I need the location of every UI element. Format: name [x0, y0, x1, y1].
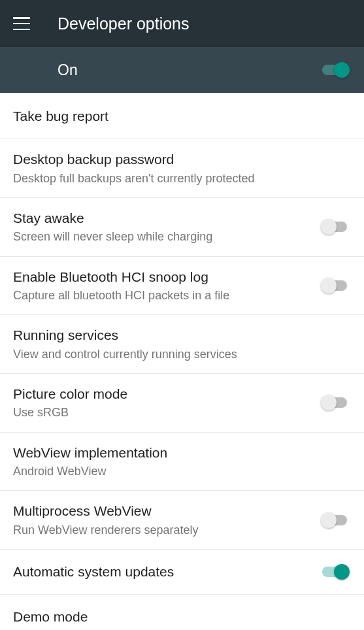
- setting-bug-report[interactable]: Take bug report: [0, 94, 364, 139]
- setting-subtitle: Screen will never sleep while charging: [13, 229, 314, 244]
- master-toggle-row[interactable]: On: [0, 47, 364, 93]
- setting-text: Stay awakeScreen will never sleep while …: [13, 209, 322, 245]
- master-toggle-switch[interactable]: [322, 61, 351, 79]
- setting-bluetooth-hci[interactable]: Enable Bluetooth HCI snoop logCapture al…: [0, 257, 364, 316]
- toggle-bluetooth-hci[interactable]: [322, 276, 351, 295]
- setting-text: Automatic system updates: [13, 563, 322, 581]
- setting-title: Running services: [13, 326, 343, 344]
- setting-title: Desktop backup password: [13, 150, 343, 169]
- setting-text: Running servicesView and control current…: [13, 326, 351, 362]
- setting-running-services[interactable]: Running servicesView and control current…: [0, 315, 364, 374]
- settings-list: Take bug reportDesktop backup passwordDe…: [0, 94, 364, 630]
- menu-icon[interactable]: [13, 17, 30, 30]
- setting-subtitle: Use sRGB: [13, 405, 314, 420]
- app-bar: Developer options: [0, 0, 364, 47]
- page-title: Developer options: [58, 14, 190, 33]
- setting-subtitle: Capture all bluetooth HCI packets in a f…: [13, 288, 314, 303]
- setting-text: Desktop backup passwordDesktop full back…: [13, 150, 351, 186]
- master-toggle-label: On: [58, 61, 78, 79]
- setting-subtitle: View and control currently running servi…: [13, 346, 343, 362]
- setting-picture-color[interactable]: Picture color modeUse sRGB: [0, 374, 364, 433]
- setting-title: WebView implementation: [13, 444, 343, 462]
- setting-title: Picture color mode: [13, 385, 314, 403]
- toggle-auto-updates[interactable]: [322, 563, 351, 581]
- toggle-picture-color[interactable]: [322, 393, 351, 412]
- toggle-stay-awake[interactable]: [322, 218, 351, 236]
- setting-subtitle: Run WebView renderers separately: [13, 522, 314, 538]
- setting-title: Stay awake: [13, 209, 314, 227]
- setting-text: WebView implementationAndroid WebView: [13, 444, 351, 480]
- setting-title: Enable Bluetooth HCI snoop log: [13, 268, 314, 286]
- setting-title: Demo mode: [13, 608, 343, 626]
- setting-title: Multiprocess WebView: [13, 502, 314, 520]
- setting-text: Take bug report: [13, 107, 351, 125]
- setting-auto-updates[interactable]: Automatic system updates: [0, 550, 364, 595]
- setting-text: Demo mode: [13, 608, 351, 626]
- setting-text: Multiprocess WebViewRun WebView renderer…: [13, 502, 322, 538]
- setting-title: Take bug report: [13, 107, 343, 125]
- setting-subtitle: Desktop full backups aren't currently pr…: [13, 171, 343, 186]
- toggle-multiprocess-webview[interactable]: [322, 511, 351, 529]
- setting-title: Automatic system updates: [13, 563, 314, 581]
- setting-subtitle: Android WebView: [13, 463, 343, 479]
- setting-demo-mode[interactable]: Demo mode: [0, 595, 364, 630]
- setting-webview-impl[interactable]: WebView implementationAndroid WebView: [0, 433, 364, 491]
- setting-backup-password[interactable]: Desktop backup passwordDesktop full back…: [0, 139, 364, 198]
- setting-multiprocess-webview[interactable]: Multiprocess WebViewRun WebView renderer…: [0, 491, 364, 550]
- setting-stay-awake[interactable]: Stay awakeScreen will never sleep while …: [0, 198, 364, 257]
- setting-text: Picture color modeUse sRGB: [13, 385, 322, 421]
- setting-text: Enable Bluetooth HCI snoop logCapture al…: [13, 268, 322, 304]
